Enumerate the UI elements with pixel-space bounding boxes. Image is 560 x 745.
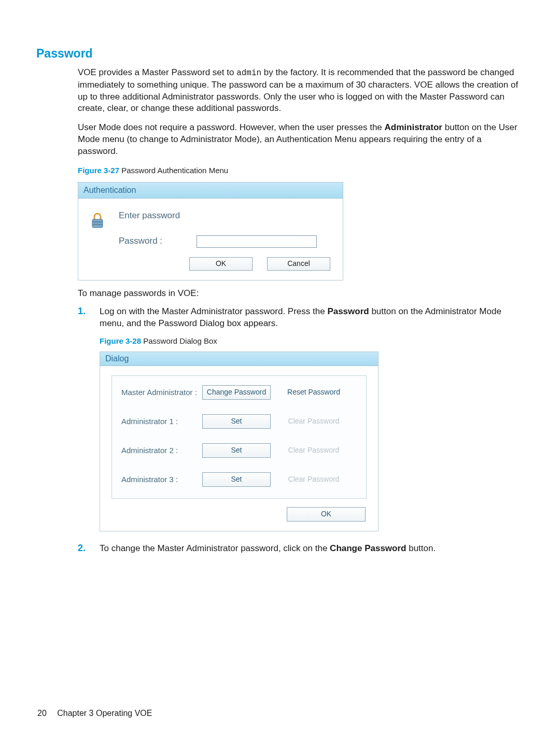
clear-password-button: Clear Password — [280, 473, 347, 486]
section-heading: Password — [36, 47, 524, 61]
para2-bold: Administrator — [385, 122, 442, 132]
fig28-cap: Figure 3-28 — [100, 336, 141, 345]
dialog-inner: Master Administrator : Change Password R… — [111, 375, 367, 499]
dialog-row-admin3: Administrator 3 : Set Clear Password — [112, 465, 366, 494]
password-input[interactable] — [197, 235, 317, 248]
authentication-dialog: Authentication Enter password Password : — [78, 182, 343, 280]
dialog-title: Dialog — [100, 352, 378, 366]
code-admin: admin — [236, 68, 261, 78]
ok-button[interactable]: OK — [189, 257, 253, 271]
password-dialog: Dialog Master Administrator : Change Pas… — [100, 352, 379, 531]
clear-password-button: Clear Password — [280, 444, 347, 457]
lock-icon — [90, 210, 109, 248]
fig28-title: Password Dialog Box — [141, 336, 217, 345]
dialog-ok-button[interactable]: OK — [287, 507, 366, 522]
step1-bold: Password — [327, 306, 369, 316]
clear-password-button: Clear Password — [280, 415, 347, 428]
set-button[interactable]: Set — [202, 443, 271, 458]
svg-rect-2 — [92, 224, 103, 225]
figure-3-28-caption: Figure 3-28 Password Dialog Box — [100, 336, 524, 346]
row-label: Administrator 1 : — [121, 417, 202, 426]
page-number: 20 — [37, 709, 47, 718]
svg-rect-1 — [92, 221, 103, 222]
cancel-button[interactable]: Cancel — [267, 257, 330, 271]
step-2-text: To change the Master Administrator passw… — [100, 543, 524, 555]
step-2-number: 2. — [78, 543, 100, 555]
reset-password-button[interactable]: Reset Password — [280, 386, 347, 399]
row-label: Administrator 3 : — [121, 475, 202, 484]
svg-rect-0 — [92, 219, 103, 228]
auth-title: Authentication — [78, 182, 343, 199]
step-1-text: Log on with the Master Administrator pas… — [100, 306, 524, 330]
para2-a: User Mode does not require a password. H… — [78, 122, 385, 132]
chapter-label: Chapter 3 Operating VOE — [57, 709, 152, 718]
row-label: Administrator 2 : — [121, 446, 202, 455]
set-button[interactable]: Set — [202, 414, 271, 429]
step-1-number: 1. — [78, 306, 100, 330]
dialog-row-admin1: Administrator 1 : Set Clear Password — [112, 407, 366, 436]
change-password-button[interactable]: Change Password — [202, 385, 271, 400]
auth-prompt: Enter password — [119, 210, 331, 222]
set-button[interactable]: Set — [202, 472, 271, 487]
paragraph-1: VOE provides a Master Password set to ad… — [78, 67, 524, 115]
para1-a: VOE provides a Master Password set to — [78, 67, 236, 77]
page-footer: 20 Chapter 3 Operating VOE — [37, 709, 152, 718]
manage-line: To manage passwords in VOE: — [78, 288, 524, 300]
figure-3-27-caption: Figure 3-27 Password Authentication Menu — [78, 165, 524, 177]
paragraph-2: User Mode does not require a password. H… — [78, 122, 524, 158]
step2-b: button. — [406, 543, 436, 553]
step2-a: To change the Master Administrator passw… — [100, 543, 330, 553]
fig27-cap: Figure 3-27 — [78, 166, 119, 175]
row-label: Master Administrator : — [121, 388, 202, 397]
fig27-title: Password Authentication Menu — [119, 166, 228, 175]
password-label: Password : — [119, 235, 197, 247]
dialog-row-admin2: Administrator 2 : Set Clear Password — [112, 436, 366, 465]
dialog-row-master: Master Administrator : Change Password R… — [112, 378, 366, 407]
step2-bold: Change Password — [330, 543, 406, 553]
step1-a: Log on with the Master Administrator pas… — [100, 306, 327, 316]
